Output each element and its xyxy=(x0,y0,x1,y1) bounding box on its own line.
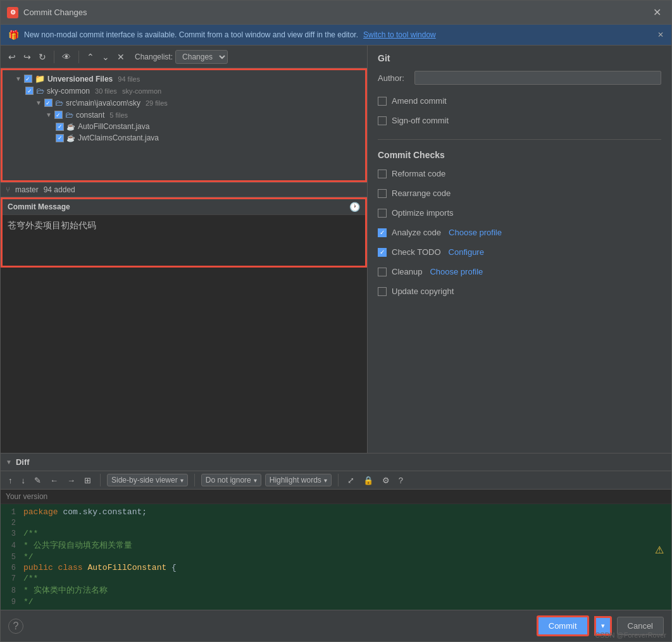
line-code: */ xyxy=(23,597,34,607)
reformat-label: Reformat code xyxy=(392,169,445,178)
diff-section: ▼ Diff ↑ ↓ ✎ ← → ⊞ Side-by-side viewer ▾… xyxy=(1,453,671,610)
list-item[interactable]: ▼ ✓ 🗁 constant 5 files xyxy=(3,109,365,121)
status-bar: ⑂ master 94 added xyxy=(1,182,367,197)
list-item[interactable]: ▼ ✓ 📁 Unversioned Files 94 files xyxy=(3,73,365,85)
checkbox-sky-common[interactable]: ✓ xyxy=(25,87,34,95)
reformat-checkbox[interactable] xyxy=(378,170,387,178)
list-item[interactable]: ✓ ☕ JwtClaimsConstant.java xyxy=(3,132,365,144)
close-button[interactable]: ✕ xyxy=(115,51,127,63)
checkbox-jwt[interactable]: ✓ xyxy=(56,134,64,142)
diff-divider xyxy=(100,474,101,486)
diff-up-button[interactable]: ↑ xyxy=(6,474,15,486)
sign-off-checkbox[interactable] xyxy=(378,116,387,125)
gift-icon: 🎁 xyxy=(8,30,19,40)
chevron-down-icon: ▼ xyxy=(15,75,22,82)
refresh-button[interactable]: ↻ xyxy=(36,51,49,63)
highlight-label: Highlight words xyxy=(270,476,321,485)
copyright-checkbox[interactable] xyxy=(378,287,387,296)
line-number: 7 xyxy=(1,574,23,583)
checkbox-unversioned[interactable]: ✓ xyxy=(24,75,32,83)
amend-checkbox[interactable] xyxy=(378,97,387,106)
chevron-down-icon: ▼ xyxy=(46,111,52,118)
ignore-dropdown[interactable]: Do not ignore ▾ xyxy=(201,474,261,486)
author-input[interactable] xyxy=(414,71,661,85)
line-code: */ xyxy=(23,552,34,562)
diff-content: Your version 1 package com.sky.constant;… xyxy=(1,490,671,610)
todo-label: Check TODO xyxy=(392,247,441,257)
analyze-checkbox[interactable]: ✓ xyxy=(378,228,387,237)
optimize-checkbox[interactable] xyxy=(378,209,387,218)
list-item[interactable]: ✓ ☕ AutoFillConstant.java xyxy=(3,121,365,132)
rearrange-checkbox[interactable] xyxy=(378,189,387,198)
line-code: /** xyxy=(23,574,38,583)
chevron-down-icon: ▼ xyxy=(35,99,42,106)
help-button[interactable]: ? xyxy=(8,619,23,634)
todo-checkbox[interactable]: ✓ xyxy=(378,248,387,257)
line-number: 2 xyxy=(1,519,23,528)
eye-button[interactable]: 👁 xyxy=(59,51,73,63)
list-item[interactable]: ✓ 🗁 sky-common 30 files sky-common xyxy=(3,85,365,97)
info-bar: 🎁 New non-modal commit interface is avai… xyxy=(1,25,671,46)
undo-button[interactable]: ↩ xyxy=(6,51,18,63)
commit-header: Commit Message 🕐 xyxy=(3,199,365,215)
rearrange-row: Rearrange code xyxy=(378,187,661,199)
section-divider xyxy=(378,139,661,140)
info-message: New non-modal commit interface is availa… xyxy=(24,30,358,39)
todo-configure-link[interactable]: Configure xyxy=(449,247,484,257)
code-line: 4 * 公共字段自动填充相关常量 xyxy=(1,539,671,552)
diff-lock-button[interactable]: 🔒 xyxy=(361,474,376,486)
checkbox-src[interactable]: ✓ xyxy=(44,99,53,107)
analyze-choose-profile-link[interactable]: Choose profile xyxy=(449,228,502,237)
clock-icon[interactable]: 🕐 xyxy=(349,202,360,212)
diff-settings-button[interactable]: ⚙ xyxy=(380,474,392,486)
dialog-close-button[interactable]: ✕ xyxy=(649,5,665,20)
up-button[interactable]: ⌃ xyxy=(84,51,97,63)
down-button[interactable]: ⌄ xyxy=(99,51,112,63)
cleanup-checkbox[interactable] xyxy=(378,268,387,276)
cleanup-row: Cleanup Choose profile xyxy=(378,266,661,278)
reformat-row: Reformat code xyxy=(378,168,661,180)
sign-off-label: Sign-off commit xyxy=(392,116,449,125)
analyze-label: Analyze code xyxy=(392,228,441,237)
author-label: Author: xyxy=(378,73,409,83)
toolbar-divider-2 xyxy=(78,51,79,63)
commit-button[interactable]: Commit xyxy=(537,615,589,636)
your-version-label: Your version xyxy=(1,490,671,504)
amend-row: Amend commit xyxy=(378,95,661,107)
cleanup-choose-profile-link[interactable]: Choose profile xyxy=(430,267,483,276)
branch-name: master xyxy=(15,185,39,194)
switch-to-tool-window-link[interactable]: Switch to tool window xyxy=(363,30,436,39)
cleanup-label: Cleanup xyxy=(392,267,422,276)
file-tree: ▼ ✓ 📁 Unversioned Files 94 files ✓ 🗁 sky… xyxy=(1,68,367,182)
code-line: 6 public class AutoFillConstant { xyxy=(1,562,671,573)
highlight-dropdown[interactable]: Highlight words ▾ xyxy=(265,474,332,486)
diff-edit-button[interactable]: ✎ xyxy=(32,474,44,486)
left-panel: ↩ ↪ ↻ 👁 ⌃ ⌄ ✕ Changelist: Changes ▼ ✓ xyxy=(1,46,368,453)
line-number: 6 xyxy=(1,564,23,572)
info-bar-close-button[interactable]: ✕ xyxy=(657,30,664,39)
chevron-down-icon: ▾ xyxy=(254,477,257,484)
checkbox-autofill[interactable]: ✓ xyxy=(56,123,64,131)
list-item[interactable]: ▼ ✓ 🗁 src\main\java\com\sky 29 files xyxy=(3,97,365,109)
bottom-bar: ? Commit ▾ Cancel xyxy=(1,610,671,641)
line-code: /** xyxy=(23,529,38,538)
changelist-label: Changelist: xyxy=(135,52,173,61)
code-area: 1 package com.sky.constant; 2 3 /** 4 * … xyxy=(1,504,671,610)
diff-help-button[interactable]: ? xyxy=(396,474,406,486)
diff-collapse-button[interactable]: ⤢ xyxy=(345,474,357,486)
commit-dialog: ⚙ Commit Changes ✕ 🎁 New non-modal commi… xyxy=(0,0,672,642)
side-by-side-label: Side-by-side viewer xyxy=(111,476,178,485)
diff-collapse-icon[interactable]: ▼ xyxy=(6,459,12,466)
diff-down-button[interactable]: ↓ xyxy=(19,474,28,486)
rearrange-label: Rearrange code xyxy=(392,188,451,198)
line-code: public class AutoFillConstant { xyxy=(23,563,177,572)
checkbox-constant[interactable]: ✓ xyxy=(54,111,63,119)
redo-button[interactable]: ↪ xyxy=(21,51,34,63)
commit-message-input[interactable]: 苍穹外卖项目初始代码 xyxy=(3,215,365,266)
diff-grid-button[interactable]: ⊞ xyxy=(82,474,94,486)
sign-off-row: Sign-off commit xyxy=(378,114,661,127)
diff-left-button[interactable]: ← xyxy=(47,474,61,486)
changelist-select[interactable]: Changes xyxy=(175,50,228,64)
side-by-side-viewer-dropdown[interactable]: Side-by-side viewer ▾ xyxy=(107,474,188,486)
diff-right-button[interactable]: → xyxy=(65,474,78,486)
